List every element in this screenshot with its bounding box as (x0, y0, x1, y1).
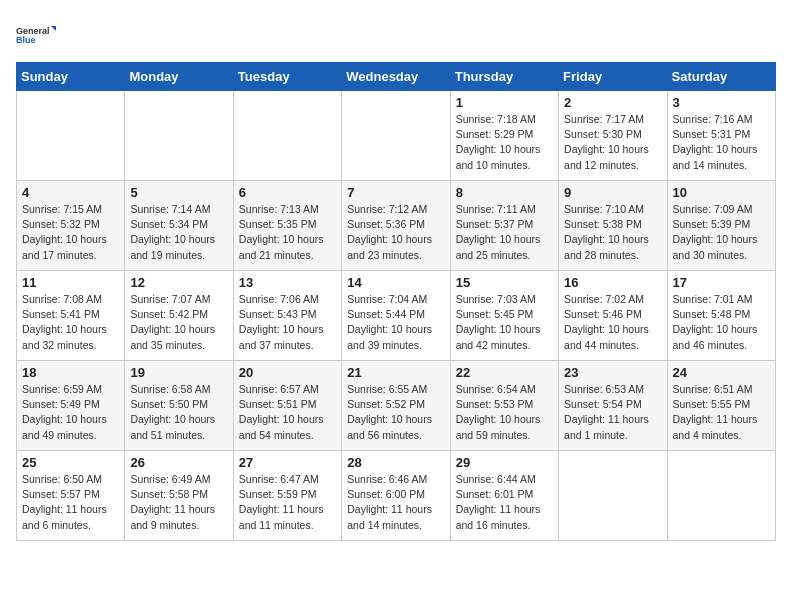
day-number: 15 (456, 275, 553, 290)
calendar-cell: 4Sunrise: 7:15 AMSunset: 5:32 PMDaylight… (17, 181, 125, 271)
day-number: 23 (564, 365, 661, 380)
day-info: Sunrise: 6:46 AMSunset: 6:00 PMDaylight:… (347, 472, 444, 533)
calendar-cell: 2Sunrise: 7:17 AMSunset: 5:30 PMDaylight… (559, 91, 667, 181)
week-row-3: 11Sunrise: 7:08 AMSunset: 5:41 PMDayligh… (17, 271, 776, 361)
day-info: Sunrise: 7:07 AMSunset: 5:42 PMDaylight:… (130, 292, 227, 353)
calendar-cell (342, 91, 450, 181)
day-info: Sunrise: 7:10 AMSunset: 5:38 PMDaylight:… (564, 202, 661, 263)
weekday-header-tuesday: Tuesday (233, 63, 341, 91)
calendar-cell: 22Sunrise: 6:54 AMSunset: 5:53 PMDayligh… (450, 361, 558, 451)
day-number: 22 (456, 365, 553, 380)
day-info: Sunrise: 6:53 AMSunset: 5:54 PMDaylight:… (564, 382, 661, 443)
day-info: Sunrise: 7:16 AMSunset: 5:31 PMDaylight:… (673, 112, 770, 173)
day-info: Sunrise: 6:47 AMSunset: 5:59 PMDaylight:… (239, 472, 336, 533)
calendar-cell: 15Sunrise: 7:03 AMSunset: 5:45 PMDayligh… (450, 271, 558, 361)
calendar-cell: 9Sunrise: 7:10 AMSunset: 5:38 PMDaylight… (559, 181, 667, 271)
day-info: Sunrise: 6:55 AMSunset: 5:52 PMDaylight:… (347, 382, 444, 443)
day-number: 17 (673, 275, 770, 290)
calendar-cell: 23Sunrise: 6:53 AMSunset: 5:54 PMDayligh… (559, 361, 667, 451)
weekday-header-wednesday: Wednesday (342, 63, 450, 91)
calendar-cell: 29Sunrise: 6:44 AMSunset: 6:01 PMDayligh… (450, 451, 558, 541)
svg-text:General: General (16, 26, 50, 36)
day-number: 14 (347, 275, 444, 290)
calendar-cell (17, 91, 125, 181)
calendar-cell: 10Sunrise: 7:09 AMSunset: 5:39 PMDayligh… (667, 181, 775, 271)
day-number: 25 (22, 455, 119, 470)
day-info: Sunrise: 6:57 AMSunset: 5:51 PMDaylight:… (239, 382, 336, 443)
day-info: Sunrise: 7:02 AMSunset: 5:46 PMDaylight:… (564, 292, 661, 353)
calendar-cell: 8Sunrise: 7:11 AMSunset: 5:37 PMDaylight… (450, 181, 558, 271)
day-info: Sunrise: 6:59 AMSunset: 5:49 PMDaylight:… (22, 382, 119, 443)
calendar-cell: 25Sunrise: 6:50 AMSunset: 5:57 PMDayligh… (17, 451, 125, 541)
week-row-5: 25Sunrise: 6:50 AMSunset: 5:57 PMDayligh… (17, 451, 776, 541)
week-row-4: 18Sunrise: 6:59 AMSunset: 5:49 PMDayligh… (17, 361, 776, 451)
day-info: Sunrise: 7:03 AMSunset: 5:45 PMDaylight:… (456, 292, 553, 353)
day-number: 7 (347, 185, 444, 200)
day-number: 26 (130, 455, 227, 470)
day-number: 16 (564, 275, 661, 290)
calendar-cell: 6Sunrise: 7:13 AMSunset: 5:35 PMDaylight… (233, 181, 341, 271)
day-info: Sunrise: 6:49 AMSunset: 5:58 PMDaylight:… (130, 472, 227, 533)
day-info: Sunrise: 7:14 AMSunset: 5:34 PMDaylight:… (130, 202, 227, 263)
day-info: Sunrise: 7:01 AMSunset: 5:48 PMDaylight:… (673, 292, 770, 353)
calendar-cell (233, 91, 341, 181)
day-info: Sunrise: 7:04 AMSunset: 5:44 PMDaylight:… (347, 292, 444, 353)
day-number: 4 (22, 185, 119, 200)
day-number: 1 (456, 95, 553, 110)
weekday-header-thursday: Thursday (450, 63, 558, 91)
day-number: 18 (22, 365, 119, 380)
calendar-cell: 18Sunrise: 6:59 AMSunset: 5:49 PMDayligh… (17, 361, 125, 451)
calendar-cell: 26Sunrise: 6:49 AMSunset: 5:58 PMDayligh… (125, 451, 233, 541)
header: General Blue (16, 16, 776, 54)
calendar-cell: 27Sunrise: 6:47 AMSunset: 5:59 PMDayligh… (233, 451, 341, 541)
day-info: Sunrise: 6:50 AMSunset: 5:57 PMDaylight:… (22, 472, 119, 533)
day-number: 9 (564, 185, 661, 200)
day-info: Sunrise: 6:44 AMSunset: 6:01 PMDaylight:… (456, 472, 553, 533)
calendar-cell: 19Sunrise: 6:58 AMSunset: 5:50 PMDayligh… (125, 361, 233, 451)
svg-text:Blue: Blue (16, 35, 36, 45)
day-info: Sunrise: 7:13 AMSunset: 5:35 PMDaylight:… (239, 202, 336, 263)
calendar-cell: 3Sunrise: 7:16 AMSunset: 5:31 PMDaylight… (667, 91, 775, 181)
day-number: 2 (564, 95, 661, 110)
day-number: 10 (673, 185, 770, 200)
day-number: 8 (456, 185, 553, 200)
calendar-table: SundayMondayTuesdayWednesdayThursdayFrid… (16, 62, 776, 541)
calendar-cell: 11Sunrise: 7:08 AMSunset: 5:41 PMDayligh… (17, 271, 125, 361)
day-number: 3 (673, 95, 770, 110)
day-number: 28 (347, 455, 444, 470)
week-row-2: 4Sunrise: 7:15 AMSunset: 5:32 PMDaylight… (17, 181, 776, 271)
day-number: 29 (456, 455, 553, 470)
day-info: Sunrise: 7:11 AMSunset: 5:37 PMDaylight:… (456, 202, 553, 263)
calendar-cell: 28Sunrise: 6:46 AMSunset: 6:00 PMDayligh… (342, 451, 450, 541)
day-info: Sunrise: 7:08 AMSunset: 5:41 PMDaylight:… (22, 292, 119, 353)
day-info: Sunrise: 7:06 AMSunset: 5:43 PMDaylight:… (239, 292, 336, 353)
calendar-cell (667, 451, 775, 541)
day-info: Sunrise: 6:51 AMSunset: 5:55 PMDaylight:… (673, 382, 770, 443)
day-number: 27 (239, 455, 336, 470)
day-number: 12 (130, 275, 227, 290)
calendar-cell: 13Sunrise: 7:06 AMSunset: 5:43 PMDayligh… (233, 271, 341, 361)
day-info: Sunrise: 7:09 AMSunset: 5:39 PMDaylight:… (673, 202, 770, 263)
calendar-cell: 14Sunrise: 7:04 AMSunset: 5:44 PMDayligh… (342, 271, 450, 361)
calendar-cell: 7Sunrise: 7:12 AMSunset: 5:36 PMDaylight… (342, 181, 450, 271)
calendar-cell: 20Sunrise: 6:57 AMSunset: 5:51 PMDayligh… (233, 361, 341, 451)
day-number: 5 (130, 185, 227, 200)
calendar-cell: 5Sunrise: 7:14 AMSunset: 5:34 PMDaylight… (125, 181, 233, 271)
week-row-1: 1Sunrise: 7:18 AMSunset: 5:29 PMDaylight… (17, 91, 776, 181)
weekday-header-sunday: Sunday (17, 63, 125, 91)
calendar-cell (125, 91, 233, 181)
logo-svg: General Blue (16, 16, 56, 54)
day-info: Sunrise: 7:17 AMSunset: 5:30 PMDaylight:… (564, 112, 661, 173)
day-info: Sunrise: 7:12 AMSunset: 5:36 PMDaylight:… (347, 202, 444, 263)
logo: General Blue (16, 16, 56, 54)
day-number: 20 (239, 365, 336, 380)
calendar-cell: 21Sunrise: 6:55 AMSunset: 5:52 PMDayligh… (342, 361, 450, 451)
calendar-cell (559, 451, 667, 541)
weekday-header-monday: Monday (125, 63, 233, 91)
day-number: 21 (347, 365, 444, 380)
day-info: Sunrise: 7:15 AMSunset: 5:32 PMDaylight:… (22, 202, 119, 263)
calendar-cell: 16Sunrise: 7:02 AMSunset: 5:46 PMDayligh… (559, 271, 667, 361)
calendar-cell: 12Sunrise: 7:07 AMSunset: 5:42 PMDayligh… (125, 271, 233, 361)
weekday-header-friday: Friday (559, 63, 667, 91)
calendar-cell: 1Sunrise: 7:18 AMSunset: 5:29 PMDaylight… (450, 91, 558, 181)
